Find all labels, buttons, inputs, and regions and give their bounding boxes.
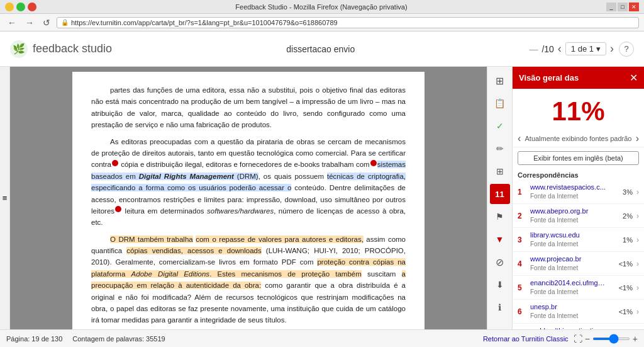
match-url-2[interactable]: www.abepro.org.br — [530, 207, 606, 215]
pencil-tool-button[interactable]: ✏ — [490, 139, 510, 159]
flag-tool-button[interactable]: ⚑ — [490, 207, 510, 227]
info-tool-button[interactable]: ℹ — [490, 297, 510, 317]
match-item-7[interactable]: 7 archhealthinvestigation... Fonte da In… — [513, 324, 644, 329]
windows-controls[interactable]: _ □ ✕ — [606, 3, 639, 11]
check-tool-button[interactable]: ✓ — [490, 116, 510, 136]
grid-tool-button[interactable]: ⊞ — [490, 161, 510, 181]
match-list: 1 www.revistaespacios.c... Fonte da Inte… — [513, 180, 644, 329]
app-header: 🌿 feedback studio dissertacao envio — /1… — [0, 31, 644, 67]
main-layout: ≡ partes das funções de uma editora, ess… — [0, 67, 644, 329]
next-page-button[interactable]: › — [610, 42, 614, 55]
match-url-7[interactable]: archhealthinvestigation... — [530, 327, 606, 329]
similarity-close-button[interactable]: ✕ — [630, 72, 638, 84]
zoom-controls: ⛶ − + — [574, 334, 638, 344]
browser-titlebar: Feedback Studio - Mozilla Firefox (Naveg… — [0, 0, 644, 14]
match-url-3[interactable]: library.wcsu.edu — [530, 231, 606, 239]
win-close[interactable]: ✕ — [629, 3, 639, 11]
similarity-number: 11 — [495, 190, 504, 199]
match-pct-2: 2% — [615, 212, 633, 220]
browser-title: Feedback Studio - Mozilla Firefox (Naveg… — [36, 3, 606, 11]
match-url-5[interactable]: enancib2014.eci.ufmg.br — [530, 279, 606, 287]
similarity-nav: ‹ Atualmente exibindo fontes padrão › — [513, 130, 644, 147]
match-info-4: www.projecao.br Fonte da Internet — [530, 255, 611, 272]
zoom-slider[interactable] — [592, 338, 630, 340]
toggle-icon: ≡ — [3, 193, 8, 203]
document-area[interactable]: partes das funções de uma editora, essa … — [10, 67, 487, 329]
match-arrow-3: › — [636, 236, 639, 244]
minimize-button[interactable] — [5, 3, 14, 11]
browser-addressbar: ← → ↺ 🔒 https://ev.turnitin.com/app/cart… — [0, 14, 644, 31]
help-button[interactable]: ? — [619, 42, 634, 57]
lang-toggle-button[interactable]: Exibir fontes em inglês (beta) — [518, 151, 639, 165]
match-item-6[interactable]: 6 unesp.br Fonte da Internet <1% › — [513, 300, 644, 324]
sim-nav-next-button[interactable]: › — [636, 133, 639, 144]
match-arrow-4: › — [636, 259, 639, 268]
header-controls: — /10 ‹ 1 de 1 ▾ › ? — [529, 42, 634, 57]
reload-button[interactable]: ↺ — [40, 16, 53, 29]
sim-nav-prev-button[interactable]: ‹ — [518, 133, 521, 144]
sidebar-toggle[interactable]: ≡ — [0, 67, 10, 329]
win-minimize[interactable]: _ — [606, 3, 616, 11]
page-navigation: — /10 ‹ 1 de 1 ▾ › — [529, 42, 614, 55]
leaf-icon: 🌿 — [13, 43, 25, 55]
zoom-out-button[interactable]: − — [585, 334, 590, 344]
page-total: /10 — [541, 44, 553, 54]
layers-tool-button[interactable]: ⊞ — [490, 71, 510, 91]
back-button[interactable]: ← — [5, 16, 19, 29]
document-tool-button[interactable]: 📋 — [490, 93, 510, 113]
doc-paragraph-1: partes das funções de uma editora, essa … — [91, 84, 406, 131]
match-url-1[interactable]: www.revistaespacios.c... — [530, 183, 606, 191]
document-title: dissertacao envio — [119, 44, 521, 54]
fullscreen-button[interactable]: ⛶ — [574, 334, 582, 344]
match-item-1[interactable]: 1 www.revistaespacios.c... Fonte da Inte… — [513, 180, 644, 204]
block-tool-button[interactable]: ⊘ — [490, 252, 510, 272]
download-tool-button[interactable]: ⬇ — [490, 275, 510, 295]
similarity-tool-button[interactable]: 11 — [490, 184, 510, 204]
turnitin-classic-link[interactable]: Retornar ao Turnitin Classic — [483, 335, 569, 343]
maximize-button[interactable] — [16, 3, 25, 11]
match-source-3: Fonte da Internet — [530, 241, 578, 247]
right-toolbar: ⊞ 📋 ✓ ✏ ⊞ 11 ⚑ ▼ ⊘ ⬇ ℹ — [487, 67, 512, 329]
sim-nav-label: Atualmente exibindo fontes padrão — [525, 135, 631, 142]
similarity-percent: 11% — [513, 89, 644, 130]
page-indicator[interactable]: 1 de 1 ▾ — [565, 42, 606, 55]
match-item-3[interactable]: 3 library.wcsu.edu Fonte da Internet 1% … — [513, 228, 644, 252]
match-num-6: 6 — [518, 307, 526, 316]
correspondencias-label: Correspondências — [513, 169, 644, 180]
logo-icon: 🌿 — [10, 40, 28, 58]
match-num-4: 4 — [518, 259, 526, 268]
filter-tool-button[interactable]: ▼ — [490, 229, 510, 249]
annotation-2c: 2 — [115, 206, 121, 212]
match-source-6: Fonte da Internet — [530, 312, 578, 319]
forward-button[interactable]: → — [23, 16, 36, 29]
browser-window-controls[interactable] — [5, 3, 36, 11]
pencil-icon: ✏ — [496, 144, 504, 154]
match-source-5: Fonte da Internet — [530, 288, 578, 295]
zoom-in-button[interactable]: + — [633, 334, 638, 344]
close-button[interactable] — [28, 3, 36, 11]
match-item-2[interactable]: 2 www.abepro.org.br Fonte da Internet 2%… — [513, 204, 644, 228]
match-url-6[interactable]: unesp.br — [530, 303, 606, 310]
logo-area: 🌿 feedback studio — [10, 40, 112, 58]
match-info-7: archhealthinvestigation... Fonte da Inte… — [530, 327, 611, 329]
check-icon: ✓ — [496, 121, 504, 131]
document-page: partes das funções de uma editora, essa … — [72, 72, 425, 329]
match-item-5[interactable]: 5 enancib2014.eci.ufmg.br Fonte da Inter… — [513, 276, 644, 300]
match-num-3: 3 — [518, 236, 526, 244]
document-icon: 📋 — [494, 98, 505, 108]
match-num-2: 2 — [518, 212, 526, 220]
win-restore[interactable]: □ — [618, 3, 628, 11]
prev-page-button[interactable]: ‹ — [558, 42, 562, 55]
match-source-4: Fonte da Internet — [530, 265, 578, 271]
match-source-1: Fonte da Internet — [530, 193, 578, 200]
address-bar[interactable]: 🔒 https://ev.turnitin.com/app/carta/pt_b… — [57, 17, 639, 28]
similarity-header-title: Visão geral das — [519, 73, 579, 82]
page-info: Página: 19 de 130 — [6, 335, 62, 343]
status-right-controls: Retornar ao Turnitin Classic ⛶ − + — [483, 334, 638, 344]
match-info-5: enancib2014.eci.ufmg.br Fonte da Interne… — [530, 279, 611, 296]
match-url-4[interactable]: www.projecao.br — [530, 255, 606, 263]
doc-paragraph-2: As editoras preocupadas com a questão da… — [91, 136, 406, 229]
match-pct-5: <1% — [615, 284, 633, 292]
match-item-4[interactable]: 4 www.projecao.br Fonte da Internet <1% … — [513, 252, 644, 276]
chevron-down-icon: ▾ — [596, 44, 601, 54]
